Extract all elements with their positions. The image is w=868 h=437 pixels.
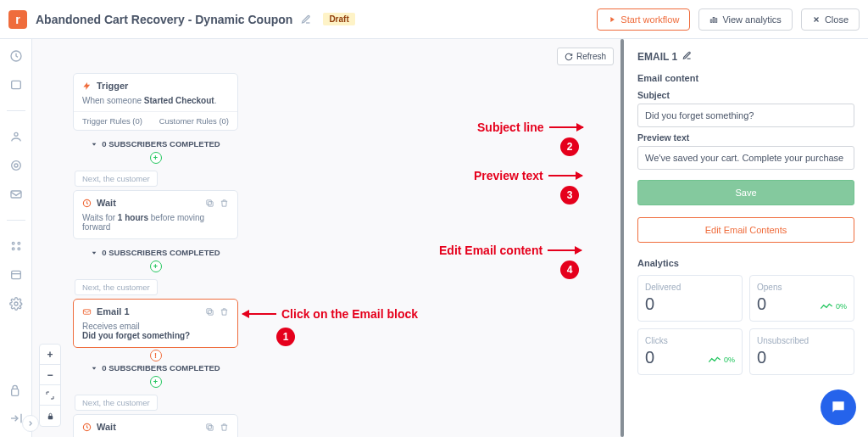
trigger-title: Trigger xyxy=(97,81,128,91)
svg-rect-20 xyxy=(209,310,214,315)
annotation-number: 3 xyxy=(560,186,579,204)
duplicate-icon[interactable] xyxy=(205,199,214,208)
email-block-title: Email 1 xyxy=(97,306,130,317)
annotation: Edit Email content xyxy=(439,244,581,257)
top-header: r Abandoned Cart Recovery - Dynamic Coup… xyxy=(0,0,868,39)
zoom-in-button[interactable]: + xyxy=(40,345,60,365)
preview-text-input[interactable] xyxy=(637,146,854,170)
delete-icon[interactable] xyxy=(220,423,229,432)
zoom-fit-button[interactable] xyxy=(40,385,60,406)
mail-icon[interactable] xyxy=(9,188,23,201)
subscribers-completed: 0 SUBSCRIBERS COMPLETED xyxy=(73,363,238,373)
bolt-icon xyxy=(82,81,92,91)
subscribers-completed: 0 SUBSCRIBERS COMPLETED xyxy=(73,139,238,148)
start-workflow-button[interactable]: Start workflow xyxy=(597,8,690,31)
target-icon[interactable] xyxy=(9,159,23,172)
svg-rect-25 xyxy=(47,416,53,419)
svg-point-9 xyxy=(12,242,14,244)
edit-title-icon[interactable] xyxy=(301,14,311,25)
popup-icon[interactable] xyxy=(9,78,23,92)
svg-rect-15 xyxy=(11,389,18,395)
trigger-block[interactable]: Trigger When someone Started Checkout. T… xyxy=(73,73,238,131)
svg-rect-21 xyxy=(207,308,212,313)
automation-icon[interactable] xyxy=(9,239,23,253)
logout-icon[interactable] xyxy=(9,412,23,425)
add-step-icon[interactable]: + xyxy=(150,261,162,272)
svg-rect-24 xyxy=(207,423,212,429)
annotation: Subject line xyxy=(477,120,583,134)
zoom-controls: + − xyxy=(39,344,61,427)
warning-icon[interactable]: ! xyxy=(150,350,162,361)
wait-block[interactable]: Wait Waits for 1 days before moving forw… xyxy=(73,414,238,437)
email-block[interactable]: Email 1 Receives email Did you forget so… xyxy=(73,299,238,348)
next-step-label: Next, the customer xyxy=(75,171,158,187)
refresh-button[interactable]: Refresh xyxy=(557,48,614,65)
add-step-icon[interactable]: + xyxy=(150,376,162,388)
clock-icon xyxy=(82,199,92,208)
wait-block[interactable]: Wait Waits for 1 hours before moving for… xyxy=(73,190,238,239)
svg-point-5 xyxy=(14,132,18,136)
preview-text-label: Preview text xyxy=(637,132,854,143)
zoom-out-button[interactable]: − xyxy=(40,365,60,385)
trend-icon: 0% xyxy=(820,302,847,311)
app-logo: r xyxy=(8,10,27,29)
workflow-title: Abandoned Cart Recovery - Dynamic Coupon xyxy=(36,13,292,26)
svg-point-7 xyxy=(14,164,18,167)
annotation-number: 2 xyxy=(560,137,579,156)
chat-widget-icon[interactable] xyxy=(821,389,856,425)
users-icon[interactable] xyxy=(9,130,23,143)
svg-point-6 xyxy=(11,161,20,171)
svg-rect-2 xyxy=(715,18,717,22)
lock-scroll-button[interactable] xyxy=(40,406,60,426)
delete-icon[interactable] xyxy=(220,307,229,317)
annotation-number: 4 xyxy=(560,261,579,279)
next-step-label: Next, the customer xyxy=(75,279,158,295)
unsubscribed-stat: Unsubscribed 0 xyxy=(749,328,854,375)
next-step-label: Next, the customer xyxy=(75,395,158,411)
delete-icon[interactable] xyxy=(220,199,229,208)
svg-point-11 xyxy=(12,248,14,250)
left-nav-rail xyxy=(0,39,32,437)
trend-icon: 0% xyxy=(708,356,735,364)
view-analytics-button[interactable]: View analytics xyxy=(698,8,793,31)
duplicate-icon[interactable] xyxy=(205,423,214,432)
trigger-rules[interactable]: Trigger Rules (0) xyxy=(82,116,142,126)
svg-point-14 xyxy=(14,302,18,305)
opens-stat: Opens 00% xyxy=(749,275,854,322)
svg-rect-19 xyxy=(83,309,90,314)
svg-rect-1 xyxy=(714,17,715,22)
duplicate-icon[interactable] xyxy=(205,307,214,317)
envelope-icon xyxy=(82,307,92,317)
delivered-stat: Delivered 0 xyxy=(637,275,743,322)
svg-rect-0 xyxy=(711,20,713,22)
annotation: Click on the Email block xyxy=(242,307,418,321)
email-description: Receives email Did you forget something? xyxy=(82,322,229,340)
svg-rect-13 xyxy=(11,271,20,278)
subject-input[interactable] xyxy=(637,104,854,127)
svg-rect-8 xyxy=(11,191,21,198)
svg-rect-17 xyxy=(209,201,214,206)
dashboard-icon[interactable] xyxy=(9,49,23,63)
add-step-icon[interactable]: + xyxy=(150,152,162,164)
subject-label: Subject xyxy=(637,90,854,100)
wait-description: Waits for 1 hours before moving forward xyxy=(82,213,229,232)
close-button[interactable]: Close xyxy=(801,8,860,31)
email-settings-panel: EMAIL 1 Email content Subject Preview te… xyxy=(624,39,868,437)
svg-rect-4 xyxy=(11,81,20,88)
trigger-description: When someone Started Checkout. xyxy=(82,96,229,105)
wait-title: Wait xyxy=(97,422,116,432)
template-icon[interactable] xyxy=(9,268,23,282)
edit-email-contents-button[interactable]: Edit Email Contents xyxy=(637,217,854,243)
draft-badge: Draft xyxy=(323,13,354,25)
email-content-heading: Email content xyxy=(637,73,854,83)
customer-rules[interactable]: Customer Rules (0) xyxy=(159,116,229,126)
analytics-heading: Analytics xyxy=(637,258,854,268)
edit-heading-icon[interactable] xyxy=(682,51,692,63)
annotation-number: 1 xyxy=(276,328,295,346)
svg-rect-23 xyxy=(209,425,214,430)
settings-icon[interactable] xyxy=(9,297,23,311)
annotation: Preview text xyxy=(474,169,582,182)
subscribers-completed: 0 SUBSCRIBERS COMPLETED xyxy=(73,248,238,257)
store-icon[interactable] xyxy=(9,384,23,398)
save-button[interactable]: Save xyxy=(637,180,854,205)
